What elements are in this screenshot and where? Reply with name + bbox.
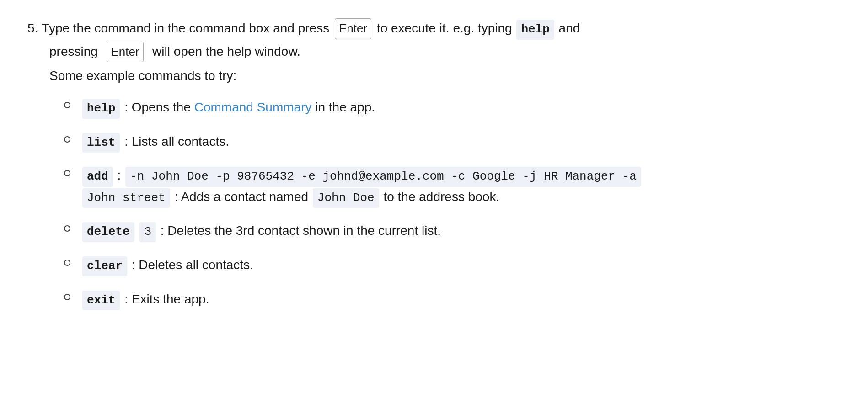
delete-content: delete 3 : Deletes the 3rd contact shown… — [81, 221, 841, 242]
step-intro-text-2: to execute it. e.g. typing — [373, 18, 515, 39]
bullet-circle — [64, 225, 70, 232]
list-item-help: help : Opens the Command Summary in the … — [64, 97, 841, 119]
add-rest-2: to the address book. — [380, 187, 500, 207]
examples-label: Some example commands to try: — [49, 66, 841, 86]
clear-rest: : Deletes all contacts. — [128, 255, 253, 276]
list-item-clear: clear : Deletes all contacts. — [64, 255, 841, 276]
continuation-text-2: will open the help window. — [149, 44, 300, 58]
continuation-text-1: pressing — [49, 44, 102, 58]
step-intro-text-1: Type the command in the command box and … — [42, 18, 333, 39]
bullet-circle — [64, 294, 70, 300]
step-5-container: 5. Type the command in the command box a… — [27, 18, 841, 310]
bullet-circle — [64, 260, 70, 266]
help-content: help : Opens the Command Summary in the … — [81, 97, 841, 119]
add-line-1: add : -n John Doe -p 98765432 -e johnd@e… — [81, 165, 841, 187]
list-rest: : Lists all contacts. — [121, 132, 229, 152]
list-content: list : Lists all contacts. — [81, 132, 841, 153]
delete-rest: : Deletes the 3rd contact shown in the c… — [157, 221, 441, 241]
bullet-circle — [64, 136, 70, 143]
john-doe-code: John Doe — [313, 188, 379, 208]
clear-command: clear — [82, 256, 127, 276]
list-item-add: add : -n John Doe -p 98765432 -e johnd@e… — [64, 165, 841, 208]
help-rest: in the app. — [311, 97, 375, 118]
help-command-example: help — [516, 20, 554, 40]
enter-key-2: Enter — [107, 42, 143, 63]
clear-content: clear : Deletes all contacts. — [81, 255, 841, 276]
john-street-code: John street — [82, 188, 170, 208]
step-number: 5. — [27, 18, 38, 39]
list-item-list: list : Lists all contacts. — [64, 132, 841, 153]
add-rest-1: : Adds a contact named — [171, 187, 312, 207]
list-item-delete: delete 3 : Deletes the 3rd contact shown… — [64, 221, 841, 242]
exit-command: exit — [82, 291, 120, 311]
bullet-circle — [64, 102, 70, 108]
add-command: add — [82, 167, 113, 187]
step-header-line1: 5. Type the command in the command box a… — [27, 18, 841, 40]
list-command: list — [82, 133, 120, 153]
bullet-list: help : Opens the Command Summary in the … — [64, 97, 841, 310]
delete-command: delete — [82, 222, 134, 242]
add-content: add : -n John Doe -p 98765432 -e johnd@e… — [81, 165, 841, 208]
list-item-exit: exit : Exits the app. — [64, 289, 841, 311]
add-args: -n John Doe -p 98765432 -e johnd@example… — [125, 167, 641, 187]
help-separator: : Opens the — [121, 97, 194, 118]
exit-content: exit : Exits the app. — [81, 289, 841, 311]
add-line-2: John street : Adds a contact named John … — [81, 187, 841, 208]
help-command: help — [82, 99, 120, 119]
enter-key-1: Enter — [335, 18, 371, 39]
add-colon: : — [114, 165, 124, 186]
step-intro-text-3: and — [555, 18, 580, 39]
exit-rest: : Exits the app. — [121, 289, 209, 310]
command-summary-link[interactable]: Command Summary — [194, 97, 312, 118]
step-continuation: pressing Enter will open the help window… — [49, 42, 841, 63]
bullet-circle — [64, 170, 70, 176]
delete-arg: 3 — [139, 222, 156, 242]
